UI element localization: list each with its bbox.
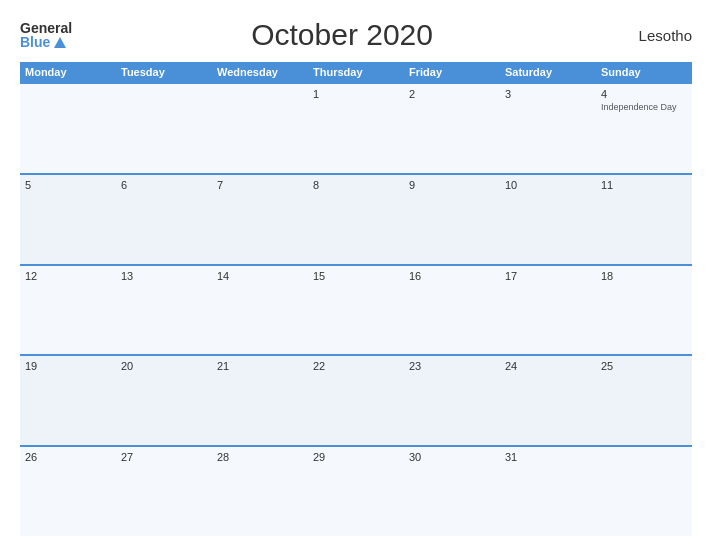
day-cell-w4-d3: 21	[212, 356, 308, 445]
day-cell-w2-d4: 8	[308, 175, 404, 264]
day-cell-w3-d6: 17	[500, 266, 596, 355]
day-number: 24	[505, 360, 591, 372]
day-number: 28	[217, 451, 303, 463]
calendar-header: Monday Tuesday Wednesday Thursday Friday…	[20, 62, 692, 82]
day-cell-w1-d2	[116, 84, 212, 173]
day-number: 9	[409, 179, 495, 191]
week-3: 12131415161718	[20, 264, 692, 355]
day-cell-w3-d2: 13	[116, 266, 212, 355]
calendar-body: 1234Independence Day56789101112131415161…	[20, 82, 692, 536]
day-cell-w1-d6: 3	[500, 84, 596, 173]
logo: General Blue	[20, 21, 72, 49]
week-2: 567891011	[20, 173, 692, 264]
day-number: 8	[313, 179, 399, 191]
day-number: 16	[409, 270, 495, 282]
header-friday: Friday	[404, 62, 500, 82]
day-cell-w4-d6: 24	[500, 356, 596, 445]
day-number: 17	[505, 270, 591, 282]
day-cell-w5-d7	[596, 447, 692, 536]
day-number: 10	[505, 179, 591, 191]
day-number: 2	[409, 88, 495, 100]
calendar-title: October 2020	[72, 18, 612, 52]
header-saturday: Saturday	[500, 62, 596, 82]
day-number: 31	[505, 451, 591, 463]
day-cell-w2-d7: 11	[596, 175, 692, 264]
day-number: 11	[601, 179, 687, 191]
day-cell-w2-d1: 5	[20, 175, 116, 264]
logo-general-text: General	[20, 21, 72, 35]
day-cell-w4-d5: 23	[404, 356, 500, 445]
day-cell-w2-d3: 7	[212, 175, 308, 264]
day-event: Independence Day	[601, 102, 687, 113]
day-cell-w3-d1: 12	[20, 266, 116, 355]
day-cell-w4-d1: 19	[20, 356, 116, 445]
header-thursday: Thursday	[308, 62, 404, 82]
header-tuesday: Tuesday	[116, 62, 212, 82]
day-number: 3	[505, 88, 591, 100]
day-cell-w1-d7: 4Independence Day	[596, 84, 692, 173]
day-number: 23	[409, 360, 495, 372]
day-number: 4	[601, 88, 687, 100]
day-number: 5	[25, 179, 111, 191]
week-4: 19202122232425	[20, 354, 692, 445]
day-cell-w3-d7: 18	[596, 266, 692, 355]
day-cell-w2-d6: 10	[500, 175, 596, 264]
day-cell-w5-d5: 30	[404, 447, 500, 536]
country-label: Lesotho	[612, 27, 692, 44]
header-wednesday: Wednesday	[212, 62, 308, 82]
day-number: 27	[121, 451, 207, 463]
day-number: 7	[217, 179, 303, 191]
day-number: 6	[121, 179, 207, 191]
day-number: 30	[409, 451, 495, 463]
day-number: 14	[217, 270, 303, 282]
page: General Blue October 2020 Lesotho Monday…	[0, 0, 712, 550]
day-cell-w3-d4: 15	[308, 266, 404, 355]
header: General Blue October 2020 Lesotho	[20, 18, 692, 52]
day-cell-w1-d1	[20, 84, 116, 173]
calendar: Monday Tuesday Wednesday Thursday Friday…	[20, 62, 692, 536]
header-monday: Monday	[20, 62, 116, 82]
day-number: 1	[313, 88, 399, 100]
day-cell-w1-d4: 1	[308, 84, 404, 173]
day-number: 20	[121, 360, 207, 372]
day-number: 12	[25, 270, 111, 282]
day-number: 13	[121, 270, 207, 282]
day-cell-w5-d2: 27	[116, 447, 212, 536]
day-cell-w3-d3: 14	[212, 266, 308, 355]
week-5: 262728293031	[20, 445, 692, 536]
day-number: 25	[601, 360, 687, 372]
day-cell-w5-d3: 28	[212, 447, 308, 536]
day-cell-w1-d5: 2	[404, 84, 500, 173]
day-number: 26	[25, 451, 111, 463]
header-sunday: Sunday	[596, 62, 692, 82]
logo-blue-text: Blue	[20, 35, 72, 49]
day-cell-w5-d6: 31	[500, 447, 596, 536]
day-cell-w1-d3	[212, 84, 308, 173]
day-cell-w2-d2: 6	[116, 175, 212, 264]
week-1: 1234Independence Day	[20, 82, 692, 173]
day-number: 29	[313, 451, 399, 463]
day-number: 18	[601, 270, 687, 282]
day-cell-w5-d4: 29	[308, 447, 404, 536]
day-cell-w4-d4: 22	[308, 356, 404, 445]
day-cell-w4-d2: 20	[116, 356, 212, 445]
day-cell-w3-d5: 16	[404, 266, 500, 355]
day-cell-w2-d5: 9	[404, 175, 500, 264]
logo-triangle-icon	[54, 37, 66, 48]
day-number: 15	[313, 270, 399, 282]
day-number: 21	[217, 360, 303, 372]
day-number: 19	[25, 360, 111, 372]
day-number: 22	[313, 360, 399, 372]
day-cell-w5-d1: 26	[20, 447, 116, 536]
day-cell-w4-d7: 25	[596, 356, 692, 445]
